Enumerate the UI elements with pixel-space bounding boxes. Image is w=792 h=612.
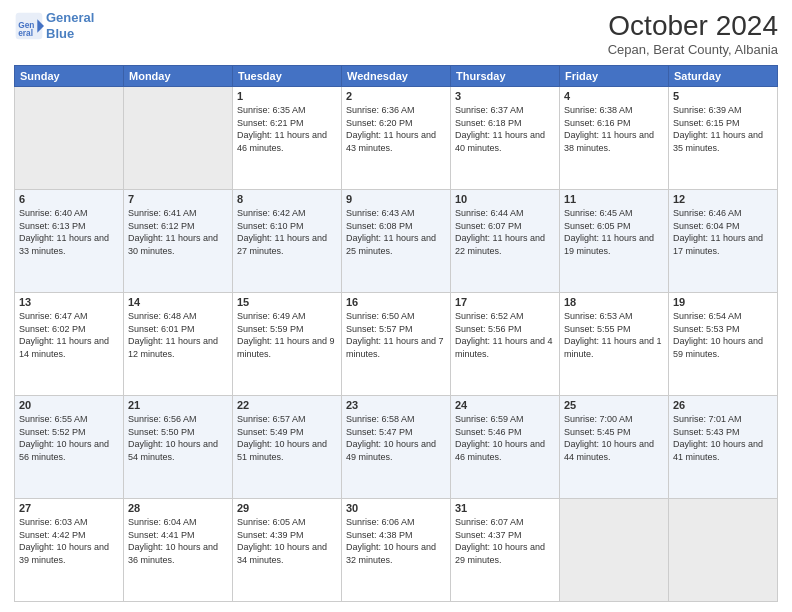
calendar-day-cell: [124, 87, 233, 190]
calendar-day-cell: 23Sunrise: 6:58 AM Sunset: 5:47 PM Dayli…: [342, 396, 451, 499]
day-number: 28: [128, 502, 228, 514]
calendar-day-cell: 5Sunrise: 6:39 AM Sunset: 6:15 PM Daylig…: [669, 87, 778, 190]
title-block: October 2024 Cepan, Berat County, Albani…: [608, 10, 778, 57]
day-number: 23: [346, 399, 446, 411]
day-info: Sunrise: 6:42 AM Sunset: 6:10 PM Dayligh…: [237, 207, 337, 257]
logo: Gen eral General Blue: [14, 10, 94, 41]
day-info: Sunrise: 6:56 AM Sunset: 5:50 PM Dayligh…: [128, 413, 228, 463]
svg-text:eral: eral: [18, 28, 33, 38]
calendar-day-cell: 16Sunrise: 6:50 AM Sunset: 5:57 PM Dayli…: [342, 293, 451, 396]
day-number: 8: [237, 193, 337, 205]
calendar-day-cell: 3Sunrise: 6:37 AM Sunset: 6:18 PM Daylig…: [451, 87, 560, 190]
day-number: 1: [237, 90, 337, 102]
day-number: 15: [237, 296, 337, 308]
calendar-day-cell: 28Sunrise: 6:04 AM Sunset: 4:41 PM Dayli…: [124, 499, 233, 602]
day-number: 30: [346, 502, 446, 514]
calendar-day-cell: [15, 87, 124, 190]
calendar-day-cell: 30Sunrise: 6:06 AM Sunset: 4:38 PM Dayli…: [342, 499, 451, 602]
day-info: Sunrise: 6:37 AM Sunset: 6:18 PM Dayligh…: [455, 104, 555, 154]
day-number: 31: [455, 502, 555, 514]
calendar-header-friday: Friday: [560, 66, 669, 87]
calendar-day-cell: 18Sunrise: 6:53 AM Sunset: 5:55 PM Dayli…: [560, 293, 669, 396]
day-info: Sunrise: 7:01 AM Sunset: 5:43 PM Dayligh…: [673, 413, 773, 463]
day-info: Sunrise: 6:58 AM Sunset: 5:47 PM Dayligh…: [346, 413, 446, 463]
calendar-day-cell: 7Sunrise: 6:41 AM Sunset: 6:12 PM Daylig…: [124, 190, 233, 293]
calendar-day-cell: 8Sunrise: 6:42 AM Sunset: 6:10 PM Daylig…: [233, 190, 342, 293]
day-number: 5: [673, 90, 773, 102]
calendar-day-cell: 24Sunrise: 6:59 AM Sunset: 5:46 PM Dayli…: [451, 396, 560, 499]
calendar-day-cell: 29Sunrise: 6:05 AM Sunset: 4:39 PM Dayli…: [233, 499, 342, 602]
day-info: Sunrise: 6:54 AM Sunset: 5:53 PM Dayligh…: [673, 310, 773, 360]
day-info: Sunrise: 6:45 AM Sunset: 6:05 PM Dayligh…: [564, 207, 664, 257]
day-info: Sunrise: 6:35 AM Sunset: 6:21 PM Dayligh…: [237, 104, 337, 154]
calendar-header-monday: Monday: [124, 66, 233, 87]
calendar-week-row: 27Sunrise: 6:03 AM Sunset: 4:42 PM Dayli…: [15, 499, 778, 602]
calendar-day-cell: 14Sunrise: 6:48 AM Sunset: 6:01 PM Dayli…: [124, 293, 233, 396]
day-number: 14: [128, 296, 228, 308]
day-info: Sunrise: 7:00 AM Sunset: 5:45 PM Dayligh…: [564, 413, 664, 463]
calendar-week-row: 20Sunrise: 6:55 AM Sunset: 5:52 PM Dayli…: [15, 396, 778, 499]
location: Cepan, Berat County, Albania: [608, 42, 778, 57]
day-info: Sunrise: 6:44 AM Sunset: 6:07 PM Dayligh…: [455, 207, 555, 257]
calendar-day-cell: 12Sunrise: 6:46 AM Sunset: 6:04 PM Dayli…: [669, 190, 778, 293]
day-number: 19: [673, 296, 773, 308]
day-number: 21: [128, 399, 228, 411]
day-info: Sunrise: 6:49 AM Sunset: 5:59 PM Dayligh…: [237, 310, 337, 360]
day-info: Sunrise: 6:38 AM Sunset: 6:16 PM Dayligh…: [564, 104, 664, 154]
calendar-header-thursday: Thursday: [451, 66, 560, 87]
calendar-header-wednesday: Wednesday: [342, 66, 451, 87]
day-info: Sunrise: 6:53 AM Sunset: 5:55 PM Dayligh…: [564, 310, 664, 360]
logo-line2: Blue: [46, 26, 74, 41]
day-number: 20: [19, 399, 119, 411]
calendar-day-cell: 6Sunrise: 6:40 AM Sunset: 6:13 PM Daylig…: [15, 190, 124, 293]
day-info: Sunrise: 6:39 AM Sunset: 6:15 PM Dayligh…: [673, 104, 773, 154]
day-number: 18: [564, 296, 664, 308]
logo-text: General Blue: [46, 10, 94, 41]
logo-line1: General: [46, 10, 94, 25]
logo-icon: Gen eral: [14, 11, 44, 41]
day-info: Sunrise: 6:48 AM Sunset: 6:01 PM Dayligh…: [128, 310, 228, 360]
calendar-day-cell: 21Sunrise: 6:56 AM Sunset: 5:50 PM Dayli…: [124, 396, 233, 499]
calendar-day-cell: 10Sunrise: 6:44 AM Sunset: 6:07 PM Dayli…: [451, 190, 560, 293]
calendar-week-row: 1Sunrise: 6:35 AM Sunset: 6:21 PM Daylig…: [15, 87, 778, 190]
calendar-day-cell: 17Sunrise: 6:52 AM Sunset: 5:56 PM Dayli…: [451, 293, 560, 396]
day-info: Sunrise: 6:04 AM Sunset: 4:41 PM Dayligh…: [128, 516, 228, 566]
day-number: 9: [346, 193, 446, 205]
calendar-day-cell: 22Sunrise: 6:57 AM Sunset: 5:49 PM Dayli…: [233, 396, 342, 499]
day-info: Sunrise: 6:43 AM Sunset: 6:08 PM Dayligh…: [346, 207, 446, 257]
calendar-week-row: 6Sunrise: 6:40 AM Sunset: 6:13 PM Daylig…: [15, 190, 778, 293]
day-number: 12: [673, 193, 773, 205]
day-number: 7: [128, 193, 228, 205]
calendar-day-cell: 9Sunrise: 6:43 AM Sunset: 6:08 PM Daylig…: [342, 190, 451, 293]
day-number: 16: [346, 296, 446, 308]
day-info: Sunrise: 6:52 AM Sunset: 5:56 PM Dayligh…: [455, 310, 555, 360]
calendar-day-cell: 4Sunrise: 6:38 AM Sunset: 6:16 PM Daylig…: [560, 87, 669, 190]
day-number: 11: [564, 193, 664, 205]
calendar-day-cell: 25Sunrise: 7:00 AM Sunset: 5:45 PM Dayli…: [560, 396, 669, 499]
day-number: 10: [455, 193, 555, 205]
day-info: Sunrise: 6:07 AM Sunset: 4:37 PM Dayligh…: [455, 516, 555, 566]
day-info: Sunrise: 6:40 AM Sunset: 6:13 PM Dayligh…: [19, 207, 119, 257]
calendar-header-saturday: Saturday: [669, 66, 778, 87]
day-info: Sunrise: 6:41 AM Sunset: 6:12 PM Dayligh…: [128, 207, 228, 257]
header: Gen eral General Blue October 2024 Cepan…: [14, 10, 778, 57]
calendar-day-cell: 26Sunrise: 7:01 AM Sunset: 5:43 PM Dayli…: [669, 396, 778, 499]
day-number: 13: [19, 296, 119, 308]
day-number: 3: [455, 90, 555, 102]
calendar-header-sunday: Sunday: [15, 66, 124, 87]
calendar-day-cell: 1Sunrise: 6:35 AM Sunset: 6:21 PM Daylig…: [233, 87, 342, 190]
day-info: Sunrise: 6:47 AM Sunset: 6:02 PM Dayligh…: [19, 310, 119, 360]
calendar-day-cell: 13Sunrise: 6:47 AM Sunset: 6:02 PM Dayli…: [15, 293, 124, 396]
day-info: Sunrise: 6:06 AM Sunset: 4:38 PM Dayligh…: [346, 516, 446, 566]
day-number: 26: [673, 399, 773, 411]
calendar-week-row: 13Sunrise: 6:47 AM Sunset: 6:02 PM Dayli…: [15, 293, 778, 396]
calendar-day-cell: 19Sunrise: 6:54 AM Sunset: 5:53 PM Dayli…: [669, 293, 778, 396]
day-number: 22: [237, 399, 337, 411]
day-number: 17: [455, 296, 555, 308]
day-info: Sunrise: 6:59 AM Sunset: 5:46 PM Dayligh…: [455, 413, 555, 463]
day-number: 4: [564, 90, 664, 102]
day-number: 24: [455, 399, 555, 411]
day-number: 6: [19, 193, 119, 205]
calendar-day-cell: 20Sunrise: 6:55 AM Sunset: 5:52 PM Dayli…: [15, 396, 124, 499]
day-info: Sunrise: 6:55 AM Sunset: 5:52 PM Dayligh…: [19, 413, 119, 463]
